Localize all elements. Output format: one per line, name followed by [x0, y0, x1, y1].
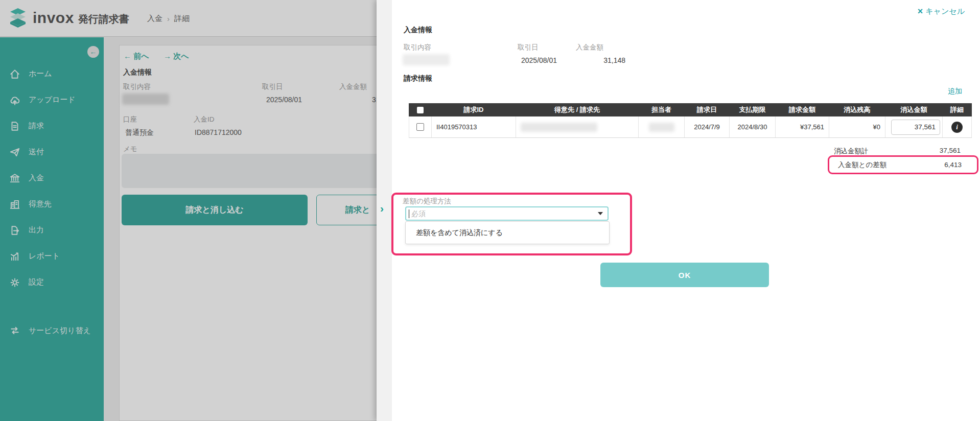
diff-highlight-box: 入金額との差額 6,413 [828, 155, 978, 174]
apply-payment-drawer: › × キャンセル 入金情報 取引内容 取引日 2025/08/01 入金金額 … [377, 0, 980, 421]
diff-value: 6,413 [944, 161, 962, 169]
select-all-checkbox[interactable] [417, 107, 424, 113]
col-customer: 得意先 / 請求先 [516, 103, 639, 116]
drawer-amount-value: 31,148 [581, 56, 625, 64]
col-invoice-id: 請求ID [432, 103, 516, 116]
col-invoice-date: 請求日 [685, 103, 730, 116]
applied-total-label: 消込金額計 [834, 147, 869, 156]
col-applied-amount: 消込金額 [885, 103, 943, 116]
invoice-table-row: II4019570313 2024/7/9 2024/8/30 ¥37,561 … [409, 116, 972, 138]
cancel-link[interactable]: × キャンセル [918, 7, 965, 16]
invoice-table: 請求ID 得意先 / 請求先 担当者 請求日 支払期限 請求金額 消込残高 消込… [409, 103, 972, 138]
app-root: invox 発行請求書 入金 › 詳細 ← ホーム アップロード 請求 [0, 0, 980, 421]
drawer-transaction-label: 取引内容 [404, 43, 431, 52]
ok-button[interactable]: OK [600, 263, 769, 287]
drawer-edge-gutter [377, 0, 392, 421]
cell-customer-redacted [521, 123, 597, 132]
cancel-label: キャンセル [925, 7, 965, 16]
drawer-date-value: 2025/08/01 [521, 56, 557, 64]
col-due-date: 支払期限 [730, 103, 776, 116]
drawer-payment-title: 入金情報 [404, 26, 432, 35]
cell-person-redacted [649, 123, 674, 132]
applied-total-value: 37,561 [908, 147, 961, 154]
applied-amount-input[interactable] [891, 120, 940, 135]
invoice-table-header: 請求ID 得意先 / 請求先 担当者 請求日 支払期限 請求金額 消込残高 消込… [409, 103, 972, 116]
invoice-section-title: 請求情報 [404, 74, 432, 83]
drawer-transaction-value-redacted [403, 54, 450, 65]
diff-method-label: 差額の処理方法 [403, 197, 451, 206]
col-remaining: 消込残高 [829, 103, 885, 116]
chevron-down-icon[interactable] [598, 212, 603, 215]
dropdown-option-include-diff[interactable]: 差額を含めて消込済にする [406, 222, 609, 244]
close-icon: × [918, 8, 923, 15]
modal-dim-overlay [0, 0, 377, 421]
cell-invoice-date: 2024/7/9 [685, 116, 730, 137]
detail-info-icon[interactable]: i [951, 122, 963, 133]
add-invoice-link[interactable]: 追加 [948, 87, 962, 96]
cell-due-date: 2024/8/30 [730, 116, 776, 137]
col-person: 担当者 [639, 103, 685, 116]
row-checkbox[interactable] [416, 123, 424, 131]
cell-remaining: ¥0 [829, 116, 885, 137]
diff-method-dropdown: 差額を含めて消込済にする [405, 221, 610, 244]
diff-label: 入金額との差額 [838, 160, 886, 170]
diff-method-combobox[interactable] [405, 206, 609, 221]
drawer-expand-chevron-icon[interactable]: › [380, 202, 384, 215]
col-amount: 請求金額 [776, 103, 829, 116]
drawer-amount-label: 入金金額 [576, 43, 603, 52]
drawer-date-label: 取引日 [518, 43, 539, 52]
col-detail: 詳細 [943, 103, 972, 116]
diff-method-input[interactable] [409, 209, 598, 218]
cell-amount: ¥37,561 [776, 116, 829, 137]
cell-invoice-id: II4019570313 [432, 116, 516, 137]
